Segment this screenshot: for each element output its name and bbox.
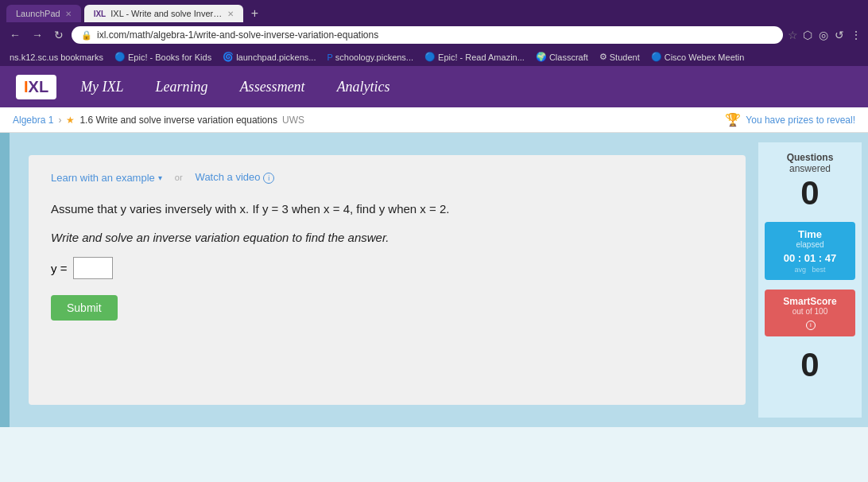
- time-sub: elapsed: [771, 240, 849, 249]
- bookmark-classcraft[interactable]: 🌍 Classcraft: [533, 50, 591, 64]
- divider-or: or: [175, 173, 183, 182]
- breadcrumb-left: Algebra 1 › ★ 1.6 Write and solve invers…: [13, 115, 304, 126]
- answer-label: y =: [51, 262, 67, 275]
- bookmarks-bar: ns.k12.sc.us bookmarks 🔵 Epic! - Books f…: [0, 48, 868, 66]
- breadcrumb-star-icon[interactable]: ★: [66, 115, 75, 126]
- breadcrumb-right: 🏆 You have prizes to reveal!: [725, 112, 855, 127]
- problem-line-2: Write and solve an inverse variation equ…: [51, 228, 723, 247]
- bookmark-epic-read[interactable]: 🔵 Epic! - Read Amazin...: [421, 50, 528, 64]
- bookmark-epic-kids[interactable]: 🔵 Epic! - Books for Kids: [111, 50, 215, 64]
- extension-icon-3[interactable]: ↺: [835, 29, 844, 41]
- nav-assessment[interactable]: Assessment: [240, 79, 305, 95]
- bookmark-student-label: Student: [610, 52, 640, 62]
- logo-xl: XL: [29, 78, 49, 96]
- bookmark-schoology[interactable]: P schoology.pickens...: [324, 51, 417, 64]
- bookmark-cisco[interactable]: 🔵 Cisco Webex Meetin: [648, 50, 748, 64]
- browser-chrome: LaunchPad ✕ IXL IXL - Write and solve In…: [0, 0, 868, 66]
- bookmark-student-icon: ⚙: [599, 52, 607, 62]
- extension-icon-1[interactable]: ⬡: [803, 29, 812, 41]
- address-text: ixl.com/math/algebra-1/write-and-solve-i…: [97, 29, 773, 41]
- lock-icon: 🔒: [81, 30, 92, 41]
- bookmark-ek12-label: ns.k12.sc.us bookmarks: [10, 52, 103, 62]
- bookmark-epic-kids-icon: 🔵: [114, 52, 126, 62]
- prizes-text[interactable]: You have prizes to reveal!: [746, 115, 855, 126]
- breadcrumb-tag: UWS: [282, 115, 304, 126]
- tab-add-button[interactable]: +: [246, 6, 263, 21]
- breadcrumb-algebra-link[interactable]: Algebra 1: [13, 115, 53, 126]
- smart-score-sub: out of 100: [771, 307, 849, 316]
- time-sub-row: avg best: [771, 266, 849, 274]
- smart-score-label: SmartScore: [771, 296, 849, 307]
- bookmark-epic-kids-label: Epic! - Books for Kids: [128, 52, 211, 62]
- questions-label: Questions: [765, 152, 855, 163]
- tab-close-ixl[interactable]: ✕: [227, 10, 234, 18]
- watch-video-label: Watch a video: [196, 171, 261, 183]
- nav-learning[interactable]: Learning: [156, 79, 208, 95]
- questions-count: 0: [765, 174, 855, 212]
- nav-my-ixl[interactable]: My IXL: [80, 79, 123, 95]
- back-button[interactable]: ←: [6, 27, 24, 43]
- bookmark-classcraft-icon: 🌍: [536, 52, 547, 62]
- learn-example-label: Learn with an example: [51, 172, 155, 184]
- breadcrumb-chevron: ›: [58, 115, 61, 126]
- problem-line-1: Assume that y varies inversely with x. I…: [51, 200, 723, 219]
- answered-label: answered: [765, 163, 855, 174]
- info-icon[interactable]: i: [263, 173, 274, 184]
- learn-dropdown-icon: ▾: [158, 173, 162, 182]
- menu-icon[interactable]: ⋮: [851, 29, 862, 41]
- bookmark-launchpad-label: launchpad.pickens...: [236, 52, 316, 62]
- tab-launchpad-label: LaunchPad: [16, 9, 60, 18]
- reload-button[interactable]: ↻: [51, 27, 67, 43]
- smart-score-count: 0: [765, 346, 855, 384]
- breadcrumb-bar: Algebra 1 › ★ 1.6 Write and solve invers…: [0, 107, 868, 133]
- bookmark-launchpad[interactable]: 🌀 launchpad.pickens...: [219, 50, 319, 64]
- submit-button[interactable]: Submit: [51, 295, 118, 321]
- tab-bar: LaunchPad ✕ IXL IXL - Write and solve In…: [0, 0, 868, 22]
- tab-close-launchpad[interactable]: ✕: [65, 10, 72, 18]
- question-panel: Learn with an example ▾ or Watch a video…: [29, 155, 746, 405]
- bookmark-ek12[interactable]: ns.k12.sc.us bookmarks: [6, 51, 107, 64]
- time-display: 00 : 01 : 47: [771, 252, 849, 264]
- bookmark-cisco-icon: 🔵: [651, 52, 662, 62]
- sidebar: Questions answered 0 Time elapsed 00 : 0…: [758, 142, 862, 418]
- learn-row: Learn with an example ▾ or Watch a video…: [51, 171, 723, 184]
- browser-icons: ⬡ ◎ ↺ ⋮: [803, 29, 862, 41]
- tab-launchpad[interactable]: LaunchPad ✕: [6, 5, 81, 22]
- bookmark-star-icon[interactable]: ☆: [788, 29, 798, 41]
- time-title: Time: [771, 228, 849, 240]
- tab-ixl[interactable]: IXL IXL - Write and solve Inverse va ✕: [84, 5, 243, 22]
- extension-icon-2[interactable]: ◎: [819, 29, 828, 41]
- time-card: Time elapsed 00 : 01 : 47 avg best: [765, 222, 855, 280]
- bookmark-schoology-icon: P: [327, 52, 332, 62]
- smart-score-card: SmartScore out of 100 i: [765, 290, 855, 336]
- answer-input[interactable]: [73, 257, 113, 279]
- nav-analytics[interactable]: Analytics: [337, 79, 390, 95]
- answer-row: y =: [51, 257, 723, 279]
- breadcrumb-current: 1.6 Write and solve inverse variation eq…: [79, 115, 277, 126]
- bookmark-launchpad-icon: 🌀: [223, 52, 234, 62]
- questions-answered-card: Questions answered 0: [765, 152, 855, 212]
- smart-score-info-icon[interactable]: i: [806, 321, 816, 330]
- learn-example-link[interactable]: Learn with an example ▾: [51, 172, 162, 184]
- tab-ixl-label: IXL - Write and solve Inverse va: [110, 9, 222, 18]
- watch-video-link[interactable]: Watch a video i: [196, 171, 275, 184]
- tab-ixl-icon: IXL: [94, 10, 107, 18]
- ixl-navbar: IXL My IXL Learning Assessment Analytics: [0, 66, 868, 107]
- forward-button[interactable]: →: [29, 27, 46, 43]
- nav-menu: My IXL Learning Assessment Analytics: [80, 79, 389, 95]
- bookmark-epic-read-label: Epic! - Read Amazin...: [438, 52, 525, 62]
- bookmark-schoology-label: schoology.pickens...: [335, 52, 413, 62]
- bookmark-classcraft-label: Classcraft: [549, 52, 588, 62]
- bookmark-cisco-label: Cisco Webex Meetin: [665, 52, 745, 62]
- ixl-logo[interactable]: IXL: [16, 75, 56, 99]
- bookmark-epic-read-icon: 🔵: [424, 52, 436, 62]
- trophy-icon: 🏆: [725, 112, 741, 127]
- address-bar[interactable]: 🔒 ixl.com/math/algebra-1/write-and-solve…: [72, 26, 783, 44]
- bookmark-student[interactable]: ⚙ Student: [596, 50, 643, 64]
